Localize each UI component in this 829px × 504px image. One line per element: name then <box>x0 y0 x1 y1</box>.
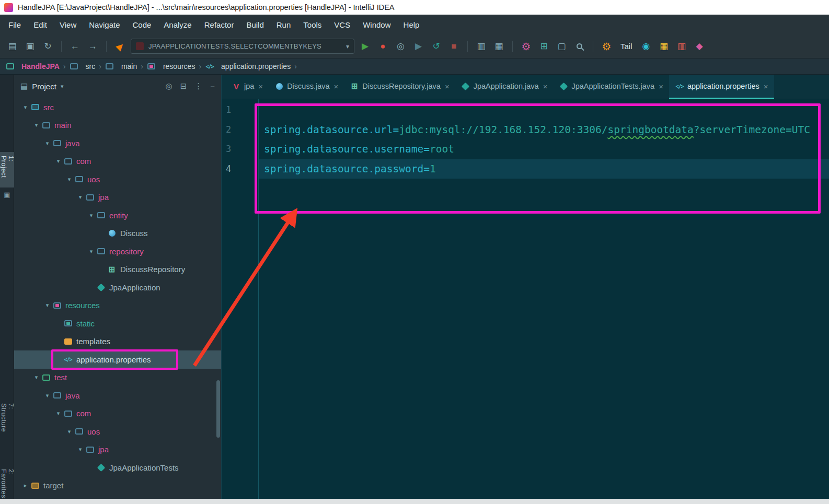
project-settings-icon[interactable]: ⚙ <box>519 39 533 53</box>
stripe-favorites-button[interactable]: 2: Favorites <box>0 465 14 504</box>
chevron-down-icon[interactable]: ▾ <box>64 428 74 435</box>
chevron-down-icon[interactable]: ▾ <box>86 212 96 219</box>
tree-item-jpa[interactable]: ▾jpa <box>14 189 221 207</box>
tree-item-test[interactable]: ▾test <box>14 369 221 387</box>
menu-item-window[interactable]: Window <box>356 15 397 34</box>
close-icon[interactable]: × <box>659 82 663 91</box>
tree-scrollbar[interactable] <box>216 380 220 438</box>
tab-application.properties[interactable]: </>application.properties× <box>669 75 774 99</box>
breadcrumb-item-src[interactable]: src <box>70 62 96 71</box>
close-icon[interactable]: × <box>764 82 768 91</box>
sync-icon[interactable]: ↻ <box>41 39 55 53</box>
tree-item-jpaapplicationtests[interactable]: JpaApplicationTests <box>14 459 221 477</box>
chevron-down-icon[interactable]: ▾ <box>31 122 41 128</box>
attach-debugger-icon[interactable]: ▥ <box>474 39 488 53</box>
stop-icon[interactable]: ■ <box>447 39 461 53</box>
more-options-icon[interactable]: ⋮ <box>194 81 202 91</box>
breadcrumb-item-main[interactable]: main <box>105 62 137 71</box>
open-project-icon[interactable]: ▤ <box>5 39 19 53</box>
run-icon[interactable]: ▶ <box>358 39 372 53</box>
tree-item-resources[interactable]: ▾resources <box>14 297 221 315</box>
editor-code[interactable]: spring.datasource.url=jdbc:mysql://192.1… <box>259 99 829 499</box>
forward-icon[interactable]: → <box>86 39 100 53</box>
editor-body[interactable]: 1234 spring.datasource.url=jdbc:mysql://… <box>222 99 829 499</box>
coverage-icon[interactable]: ◎ <box>394 39 408 53</box>
menu-item-build[interactable]: Build <box>240 15 270 34</box>
back-icon[interactable]: ← <box>68 39 82 53</box>
record-icon[interactable]: ◉ <box>639 39 653 53</box>
stripe-tool-icon[interactable]: ▣ <box>0 191 14 198</box>
tab-jpa[interactable]: Vjpa× <box>226 75 269 99</box>
collapse-all-icon[interactable]: ⊟ <box>180 81 187 91</box>
code-line[interactable] <box>259 100 829 120</box>
chevron-down-icon[interactable]: ▾ <box>75 194 85 201</box>
tree-item-com[interactable]: ▾com <box>14 405 221 423</box>
widgets-icon[interactable]: ▦ <box>657 39 671 53</box>
chevron-right-icon[interactable]: ▸ <box>20 482 30 489</box>
tree-item-templates[interactable]: templates <box>14 333 221 351</box>
hide-panel-icon[interactable]: − <box>210 82 215 91</box>
device-preview-icon[interactable]: ▥ <box>675 39 689 53</box>
rerun-icon[interactable]: ↺ <box>429 39 443 53</box>
run-anything-icon[interactable]: ▶ <box>110 36 130 56</box>
tab-discussrepository.java[interactable]: ⊞DiscussRepository.java× <box>344 75 455 99</box>
tree-item-java[interactable]: ▾java <box>14 386 221 405</box>
code-line[interactable]: spring.datasource.url=jdbc:mysql://192.1… <box>259 120 829 140</box>
menu-item-edit[interactable]: Edit <box>27 15 53 34</box>
chevron-down-icon[interactable]: ▾ <box>75 446 85 453</box>
chevron-down-icon[interactable]: ▾ <box>53 158 63 165</box>
build-artifact-icon[interactable]: ▦ <box>492 39 506 53</box>
tree-item-uos[interactable]: ▾uos <box>14 170 221 189</box>
tree-item-uos[interactable]: ▾uos <box>14 423 221 441</box>
tree-item-discuss[interactable]: Discuss <box>14 225 221 243</box>
search-everywhere-icon[interactable] <box>572 39 586 53</box>
tree-item-java[interactable]: ▾java <box>14 134 221 153</box>
chevron-down-icon[interactable]: ▾ <box>64 176 74 183</box>
ide-settings-icon[interactable]: ⚙ <box>600 39 614 53</box>
code-line[interactable]: spring.datasource.username=root <box>259 139 829 159</box>
close-icon[interactable]: × <box>543 82 548 91</box>
stripe-structure-button[interactable]: 7: Structure <box>0 400 14 440</box>
plugin-icon[interactable]: ◆ <box>693 39 707 53</box>
menu-item-run[interactable]: Run <box>270 15 297 34</box>
menu-item-analyze[interactable]: Analyze <box>157 15 198 34</box>
debug-icon[interactable]: ● <box>376 39 390 53</box>
chevron-down-icon[interactable]: ▾ <box>86 248 96 255</box>
close-icon[interactable]: × <box>334 82 339 91</box>
tab-jpaapplication.java[interactable]: JpaApplication.java× <box>455 75 554 99</box>
tree-item-jpa[interactable]: ▾jpa <box>14 441 221 459</box>
menu-item-file[interactable]: File <box>2 15 27 34</box>
chevron-down-icon[interactable]: ▾ <box>31 374 41 381</box>
tree-item-target[interactable]: ▸target <box>14 477 221 495</box>
tree-item-src[interactable]: ▾src <box>14 98 221 116</box>
chevron-down-icon[interactable]: ▾ <box>42 392 52 399</box>
close-icon[interactable]: × <box>258 82 263 91</box>
save-all-icon[interactable]: ▣ <box>23 39 37 53</box>
tree-item-application.properties[interactable]: </>application.properties <box>14 350 221 369</box>
run-config-select[interactable]: JPAAPPLICATIONTESTS.SELECTCOMMENTBYKEYS▾ <box>131 39 354 54</box>
tab-discuss.java[interactable]: Discuss.java× <box>269 75 344 99</box>
menu-item-refactor[interactable]: Refactor <box>198 15 240 34</box>
chevron-down-icon[interactable]: ▾ <box>42 302 52 309</box>
locate-file-icon[interactable]: ◎ <box>166 81 172 91</box>
tree-item-jpaapplication[interactable]: JpaApplication <box>14 278 221 297</box>
terminal-icon[interactable]: ▢ <box>555 39 569 53</box>
breadcrumb-item-handlejpa[interactable]: HandleJPA <box>5 62 60 71</box>
chevron-down-icon[interactable]: ▾ <box>61 83 64 90</box>
menu-item-help[interactable]: Help <box>397 15 426 34</box>
code-line[interactable]: spring.datasource.password=1 <box>259 159 829 179</box>
chevron-down-icon[interactable]: ▾ <box>42 140 52 147</box>
tree-item-entity[interactable]: ▾entity <box>14 206 221 225</box>
breadcrumb-item-application.properties[interactable]: </>application.properties <box>205 62 291 71</box>
tree-item-repository[interactable]: ▾repository <box>14 242 221 261</box>
menu-item-view[interactable]: View <box>53 15 83 34</box>
profile-icon[interactable]: ▶ <box>411 39 425 53</box>
chevron-down-icon[interactable]: ▾ <box>53 410 63 417</box>
tree-item-main[interactable]: ▾main <box>14 116 221 135</box>
menu-item-code[interactable]: Code <box>126 15 157 34</box>
module-grid-icon[interactable]: ⊞ <box>537 39 551 53</box>
tree-item-discussrepository[interactable]: ⊞DiscussRepository <box>14 261 221 279</box>
tail-button[interactable]: Tail <box>617 42 636 51</box>
tree-item-com[interactable]: ▾com <box>14 153 221 171</box>
breadcrumb-item-resources[interactable]: resources <box>147 62 195 71</box>
